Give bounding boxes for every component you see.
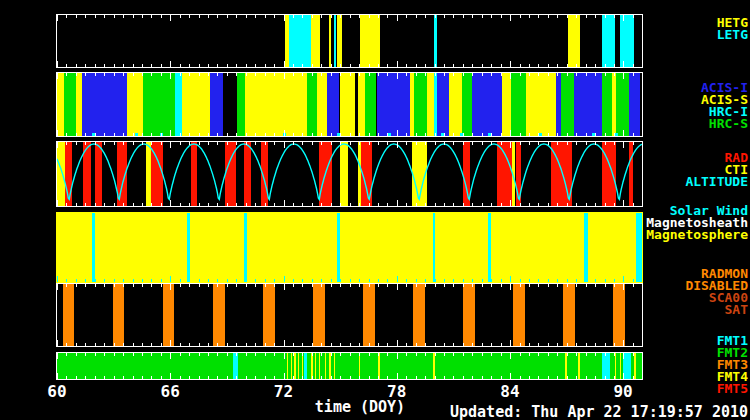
legend-label-hrc-s: HRC-S (701, 118, 748, 130)
x-axis-tick-label: 60 (40, 382, 74, 401)
major-tick-bottom (510, 340, 511, 346)
major-tick-top (397, 353, 398, 359)
segment-instruments (317, 73, 327, 136)
major-tick-top (623, 73, 624, 79)
segment-instruments (57, 73, 64, 136)
major-tick-top (510, 353, 511, 359)
major-tick-bottom (623, 340, 624, 346)
major-tick-bottom (284, 373, 285, 379)
segment-gratings (568, 15, 580, 67)
major-tick-top (57, 142, 58, 148)
major-tick-bottom (623, 373, 624, 379)
major-tick-bottom (397, 340, 398, 346)
major-tick-top (57, 15, 58, 21)
segment-radmon (163, 284, 174, 346)
segment-instruments (365, 73, 377, 136)
segment-instruments (377, 73, 410, 136)
major-tick-bottom (284, 276, 285, 282)
segment-radmon (613, 284, 624, 346)
segment-gratings (329, 15, 332, 67)
segment-instruments (574, 73, 602, 136)
major-tick-bottom (57, 276, 58, 282)
legend-group-solar-wind-region: Solar WindMagnetosheathMagnetosphere (646, 205, 748, 241)
segment-gratings (620, 15, 635, 67)
legend-group-telemetry-format: FMT1FMT2FMT3FMT4FMT5 (717, 335, 748, 395)
major-tick-bottom (284, 130, 285, 136)
segment-instruments (616, 73, 629, 136)
segment-instruments (82, 73, 127, 136)
updated-timestamp: Updated: Thu Apr 22 17:19:57 2010 (450, 403, 748, 420)
major-tick-bottom (510, 200, 511, 206)
segment-instruments (127, 73, 143, 136)
band-panel-instruments (56, 72, 643, 137)
segment-solar-wind-region (488, 213, 491, 282)
major-tick-top (623, 353, 624, 359)
major-tick-top (510, 15, 511, 21)
minor-ticks-bottom (57, 343, 642, 346)
segment-instruments (561, 73, 574, 136)
major-tick-bottom (170, 340, 171, 346)
segment-radmon (313, 284, 324, 346)
segment-solar-wind-region (584, 213, 587, 282)
segment-instruments (327, 73, 340, 136)
major-tick-top (510, 284, 511, 290)
segment-solar-wind-region (337, 213, 340, 282)
legend-label-sat: SAT (685, 304, 748, 316)
major-tick-bottom (284, 340, 285, 346)
segment-instruments (64, 73, 76, 136)
segment-instruments (143, 73, 175, 136)
major-tick-bottom (623, 276, 624, 282)
minor-ticks-bottom (57, 133, 642, 136)
segment-solar-wind-region (92, 213, 95, 282)
major-tick-bottom (170, 373, 171, 379)
minor-ticks-top (57, 353, 642, 356)
segment-radmon (513, 284, 524, 346)
segment-instruments (307, 73, 317, 136)
band-panel-radmon (56, 283, 643, 347)
major-tick-bottom (284, 61, 285, 67)
x-axis-tick-label: 78 (380, 382, 414, 401)
minor-ticks-top (57, 15, 642, 18)
major-tick-top (397, 284, 398, 290)
segment-solar-wind-region (636, 213, 642, 282)
segment-instruments (602, 73, 612, 136)
major-tick-bottom (623, 200, 624, 206)
major-tick-top (170, 284, 171, 290)
segment-gratings (434, 15, 436, 67)
legend-label-magnetosphere: Magnetosphere (646, 229, 748, 241)
legend-label-altitude: ALTITUDE (685, 176, 748, 188)
segment-gratings (337, 15, 342, 67)
major-tick-top (170, 142, 171, 148)
segment-solar-wind-region (187, 213, 190, 282)
segment-radmon (413, 284, 424, 346)
major-tick-bottom (397, 276, 398, 282)
segment-instruments (182, 73, 210, 136)
major-tick-bottom (170, 276, 171, 282)
major-tick-top (170, 353, 171, 359)
segment-radmon (463, 284, 474, 346)
segment-radmon (263, 284, 274, 346)
major-tick-top (170, 73, 171, 79)
segment-instruments (449, 73, 462, 136)
segment-radmon (213, 284, 224, 346)
legend-label-fmt5: FMT5 (717, 383, 748, 395)
major-tick-bottom (170, 61, 171, 67)
major-tick-bottom (510, 61, 511, 67)
minor-ticks-bottom (57, 64, 642, 67)
major-tick-top (397, 15, 398, 21)
altitude-path (57, 144, 642, 199)
x-axis-tick-label: 66 (153, 382, 187, 401)
major-tick-bottom (397, 61, 398, 67)
major-tick-top (57, 284, 58, 290)
major-tick-top (623, 142, 624, 148)
segment-instruments (414, 73, 427, 136)
major-tick-bottom (510, 373, 511, 379)
segment-instruments (427, 73, 434, 136)
segment-instruments (237, 73, 245, 136)
segment-solar-wind-region (244, 213, 247, 282)
segment-instruments (210, 73, 223, 136)
major-tick-top (170, 15, 171, 21)
minor-ticks-top (57, 284, 642, 287)
segment-gratings (311, 15, 320, 67)
segment-radmon (63, 284, 74, 346)
